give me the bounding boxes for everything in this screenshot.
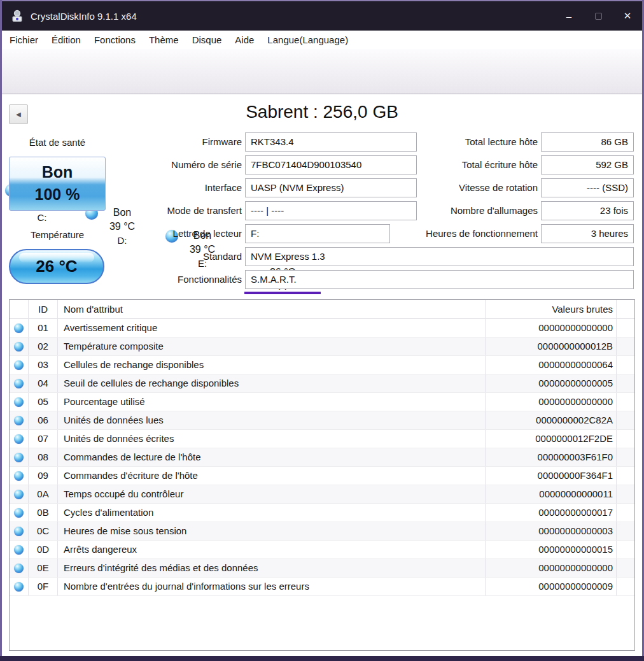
menu-aide[interactable]: Aide [235, 34, 254, 45]
status-orb-icon [14, 471, 24, 481]
temperature-value: 26 °C [10, 250, 103, 283]
power-on-hours-label: Heures de fonctionnement [426, 224, 538, 243]
transfer-mode-label: Mode de transfert [167, 201, 242, 220]
status-orb-icon [14, 379, 24, 388]
standard-value: NVM Express 1.3 [245, 247, 634, 266]
menu-fonctions[interactable]: Fonctions [94, 34, 136, 45]
table-row[interactable]: 0A Temps occupé du contrôleur 0000000000… [10, 485, 634, 504]
rotation-rate-value: ---- (SSD) [541, 178, 634, 197]
attr-id: 04 [29, 374, 58, 392]
status-orb-icon [14, 360, 24, 370]
menu-edition[interactable]: Édition [52, 34, 81, 45]
attr-raw-value: 00000000000011 [486, 485, 617, 503]
table-row[interactable]: 09 Commandes d'écriture de l'hôte 000000… [10, 467, 634, 485]
status-orb-icon [14, 490, 24, 499]
temperature-indicator: 26 °C [9, 249, 104, 284]
firmware-value: RKT343.4 [245, 132, 417, 152]
table-row[interactable]: 08 Commandes de lecture de l'hôte 000000… [10, 448, 634, 467]
table-row[interactable]: 0F Nombre d'entrées du journal d'informa… [10, 578, 634, 596]
app-icon [10, 8, 25, 24]
attr-raw-value: 00000000000000 [486, 319, 617, 337]
attr-id: 01 [29, 319, 58, 337]
attr-id: 08 [29, 448, 58, 466]
status-orb-icon [14, 416, 24, 425]
table-row[interactable]: 0E Erreurs d'intégrité des médias et des… [10, 559, 634, 578]
status-orb-icon [14, 564, 24, 573]
table-row[interactable]: 0D Arrêts dangereux 00000000000015 [10, 541, 634, 559]
attr-id: 05 [29, 393, 58, 411]
smart-attribute-table: ID Nom d'attribut Valeurs brutes 01 Aver… [9, 299, 635, 651]
attr-raw-value: 00000000000009 [486, 578, 617, 595]
table-row[interactable]: 0C Heures de mise sous tension 000000000… [10, 522, 634, 541]
attr-raw-value: 00000000F364F1 [486, 467, 617, 485]
attr-raw-value: 0000000012F2DE [486, 430, 617, 448]
table-row[interactable]: 05 Pourcentage utilisé 00000000000000 [10, 393, 634, 411]
host-writes-label: Total écriture hôte [462, 155, 538, 174]
attr-name: Arrêts dangereux [58, 541, 486, 558]
attr-name: Avertissement critique [58, 319, 486, 337]
attr-id: 09 [29, 467, 58, 485]
table-row[interactable]: 07 Unités de données écrites 0000000012F… [10, 430, 634, 448]
titlebar: CrystalDiskInfo 9.1.1 x64 – ✕ [2, 1, 642, 31]
attr-id: 03 [29, 356, 58, 374]
table-row[interactable]: 01 Avertissement critique 00000000000000 [10, 319, 634, 338]
health-status-button[interactable]: Bon 100 % [9, 157, 106, 211]
attr-name: Temps occupé du contrôleur [58, 485, 486, 503]
attr-name: Unités de données lues [58, 411, 486, 429]
host-reads-label: Total lecture hôte [465, 132, 538, 152]
host-writes-value: 592 GB [541, 155, 634, 174]
attr-name: Commandes de lecture de l'hôte [58, 448, 486, 466]
attr-name: Nombre d'entrées du journal d'informatio… [58, 578, 486, 595]
menu-theme[interactable]: Thème [149, 34, 179, 45]
attr-name: Pourcentage utilisé [58, 393, 486, 411]
menu-langue[interactable]: Langue(Language) [267, 34, 348, 45]
serial-value: 7FBC071404D900103540 [245, 155, 417, 174]
menu-fichier[interactable]: Fichier [10, 34, 38, 45]
features-label: Fonctionnalités [178, 270, 242, 289]
attr-raw-value: 00000000000000 [486, 559, 617, 577]
status-orb-icon [14, 323, 24, 333]
attr-id: 0E [29, 559, 58, 577]
status-orb-icon [14, 342, 24, 352]
health-label: État de santé [9, 137, 106, 148]
minimize-icon: – [566, 11, 571, 22]
standard-label: Standard [203, 247, 242, 266]
host-reads-value: 86 GB [541, 132, 634, 152]
attr-raw-value: 00000000000003 [486, 522, 617, 540]
attr-name: Seuil de cellules de rechange disponible… [58, 374, 486, 392]
power-on-hours-value: 3 heures [541, 224, 634, 243]
status-orb-icon [14, 508, 24, 518]
status-orb-icon [14, 453, 24, 462]
menu-disque[interactable]: Disque [192, 34, 222, 45]
table-row[interactable]: 0B Cycles d'alimentation 00000000000017 [10, 504, 634, 522]
close-button[interactable]: ✕ [613, 1, 642, 31]
attr-id: 0F [29, 578, 58, 595]
table-row[interactable]: 06 Unités de données lues 0000000002C82A [10, 411, 634, 430]
attr-raw-value: 00000000000064 [486, 356, 617, 374]
attr-name: Température composite [58, 338, 486, 355]
temperature-label: Température [9, 229, 106, 240]
attr-id: 0B [29, 504, 58, 522]
attr-id: 0A [29, 485, 58, 503]
drive-tab-band: Bon 51 °C C: Bon 39 °C D: Bon 39 °C E: B… [2, 49, 642, 94]
attr-id: 02 [29, 338, 58, 355]
minimize-button[interactable]: – [554, 1, 584, 31]
drive-tab-d[interactable]: Bon 39 °C D: [82, 204, 162, 249]
power-on-count-value: 23 fois [541, 201, 634, 220]
table-row[interactable]: 04 Seuil de cellules de rechange disponi… [10, 374, 634, 393]
attr-id: 0D [29, 541, 58, 558]
header-name: Nom d'attribut [58, 300, 486, 319]
disk-title: Sabrent : 256,0 GB [0, 102, 644, 122]
attr-raw-value: 0000000002C82A [486, 411, 617, 429]
attr-name: Heures de mise sous tension [58, 522, 486, 540]
attr-id: 06 [29, 411, 58, 429]
interface-value: UASP (NVM Express) [245, 178, 417, 197]
table-row[interactable]: 02 Température composite 0000000000012B [10, 338, 634, 356]
selected-tab-underline [244, 292, 321, 294]
window-title: CrystalDiskInfo 9.1.1 x64 [31, 11, 137, 22]
attr-raw-value: 000000003F61F0 [486, 448, 617, 466]
table-row[interactable]: 03 Cellules de rechange disponibles 0000… [10, 356, 634, 374]
firmware-label: Firmware [202, 132, 242, 152]
maximize-button[interactable] [584, 1, 613, 31]
attr-name: Erreurs d'intégrité des médias et des do… [58, 559, 486, 577]
